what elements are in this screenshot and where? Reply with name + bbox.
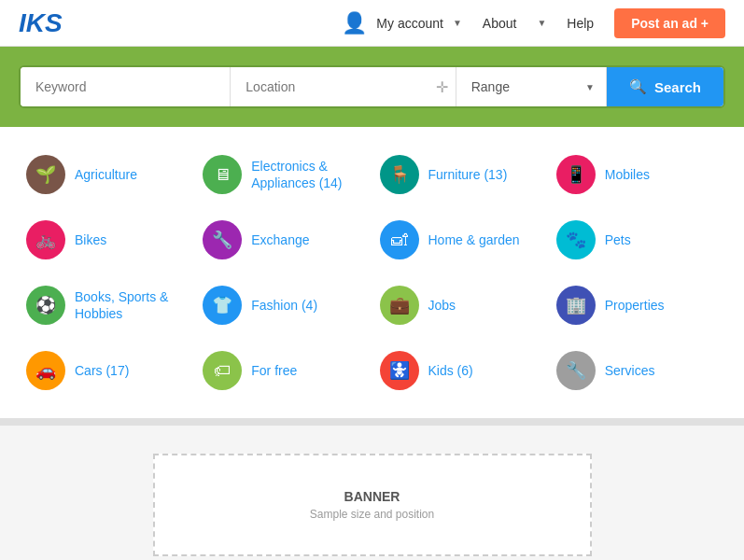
user-icon: 👤 — [342, 11, 367, 35]
range-select[interactable]: Range — [456, 68, 606, 105]
about-link[interactable]: About — [477, 16, 523, 31]
category-item[interactable]: 💼 Jobs — [372, 276, 549, 334]
category-label: Agriculture — [75, 166, 137, 183]
banner-subtitle: Sample size and position — [310, 508, 434, 521]
category-item[interactable]: 🌱 Agriculture — [19, 146, 195, 203]
category-item[interactable]: 🚗 Cars (17) — [19, 342, 195, 399]
search-section: ✛ Range 🔍 Search — [0, 47, 744, 127]
header: IKS 👤 My account ▼ About ▼ Help Post an … — [0, 0, 744, 47]
category-label: Books, Sports & Hobbies — [75, 288, 188, 322]
keyword-input[interactable] — [21, 67, 231, 106]
category-icon: ⚽ — [26, 286, 65, 325]
banner-box: BANNER Sample size and position — [153, 454, 592, 556]
location-crosshair-icon: ✛ — [436, 78, 448, 96]
category-item[interactable]: 🔧 Services — [549, 342, 725, 399]
myaccount-arrow: ▼ — [453, 18, 462, 28]
category-label: For free — [251, 362, 297, 379]
category-icon: 🚲 — [26, 220, 65, 259]
category-label: Services — [605, 362, 655, 379]
category-icon: 🚼 — [380, 351, 419, 390]
category-label: Exchange — [251, 231, 309, 248]
category-item[interactable]: 🏷 For free — [195, 342, 372, 399]
category-label: Fashion (4) — [251, 297, 317, 314]
category-icon: 🛋 — [380, 220, 419, 259]
logo: IKS — [19, 8, 63, 38]
divider — [0, 418, 744, 426]
location-wrapper: ✛ — [231, 67, 456, 106]
category-icon: 🐾 — [556, 220, 596, 259]
category-icon: 🔧 — [203, 220, 242, 259]
category-label: Furniture (13) — [428, 166, 508, 183]
location-input[interactable] — [231, 68, 435, 105]
search-icon: 🔍 — [629, 78, 647, 95]
category-icon: 🪑 — [380, 155, 419, 194]
category-icon: 🖥 — [203, 155, 242, 194]
category-item[interactable]: 🛋 Home & garden — [372, 211, 549, 269]
category-item[interactable]: 🔧 Exchange — [195, 211, 372, 269]
category-label: Home & garden — [428, 231, 520, 248]
category-label: Properties — [605, 297, 665, 314]
category-label: Mobiles — [605, 166, 650, 183]
category-item[interactable]: 🚼 Kids (6) — [372, 342, 549, 399]
category-icon: 🏷 — [203, 351, 242, 390]
myaccount-link[interactable]: My account — [371, 16, 449, 31]
category-label: Pets — [605, 231, 631, 248]
category-icon: 💼 — [380, 286, 419, 325]
search-bar: ✛ Range 🔍 Search — [19, 65, 725, 108]
category-item[interactable]: 🚲 Bikes — [19, 211, 195, 269]
categories-section: 🌱 Agriculture 🖥 Electronics & Appliances… — [0, 127, 744, 418]
header-right: 👤 My account ▼ About ▼ Help Post an ad + — [342, 8, 725, 38]
about-arrow: ▼ — [537, 18, 546, 28]
user-section: 👤 My account ▼ — [342, 11, 462, 35]
banner-section: BANNER Sample size and position — [0, 426, 744, 560]
range-wrapper: Range — [456, 67, 607, 106]
category-label: Kids (6) — [428, 362, 473, 379]
category-item[interactable]: 🏢 Properties — [549, 276, 725, 334]
category-icon: 🚗 — [26, 351, 65, 390]
category-label: Electronics & Appliances (14) — [251, 158, 364, 191]
category-icon: 🏢 — [556, 286, 596, 325]
category-item[interactable]: 👕 Fashion (4) — [195, 276, 372, 334]
category-item[interactable]: 🪑 Furniture (13) — [372, 146, 549, 203]
search-label: Search — [654, 79, 701, 95]
category-label: Jobs — [428, 297, 456, 314]
category-item[interactable]: 📱 Mobiles — [549, 146, 725, 203]
category-label: Cars (17) — [75, 362, 129, 379]
search-button[interactable]: 🔍 Search — [607, 67, 723, 106]
categories-grid: 🌱 Agriculture 🖥 Electronics & Appliances… — [19, 146, 725, 399]
category-item[interactable]: 🖥 Electronics & Appliances (14) — [195, 146, 372, 203]
category-item[interactable]: ⚽ Books, Sports & Hobbies — [19, 276, 195, 334]
category-icon: 🌱 — [26, 155, 65, 194]
category-icon: 📱 — [556, 155, 596, 194]
category-icon: 👕 — [203, 286, 242, 325]
category-item[interactable]: 🐾 Pets — [549, 211, 725, 269]
category-icon: 🔧 — [556, 351, 596, 390]
post-ad-button[interactable]: Post an ad + — [614, 8, 725, 38]
category-label: Bikes — [75, 231, 106, 248]
banner-title: BANNER — [344, 489, 400, 504]
help-link[interactable]: Help — [561, 16, 599, 31]
